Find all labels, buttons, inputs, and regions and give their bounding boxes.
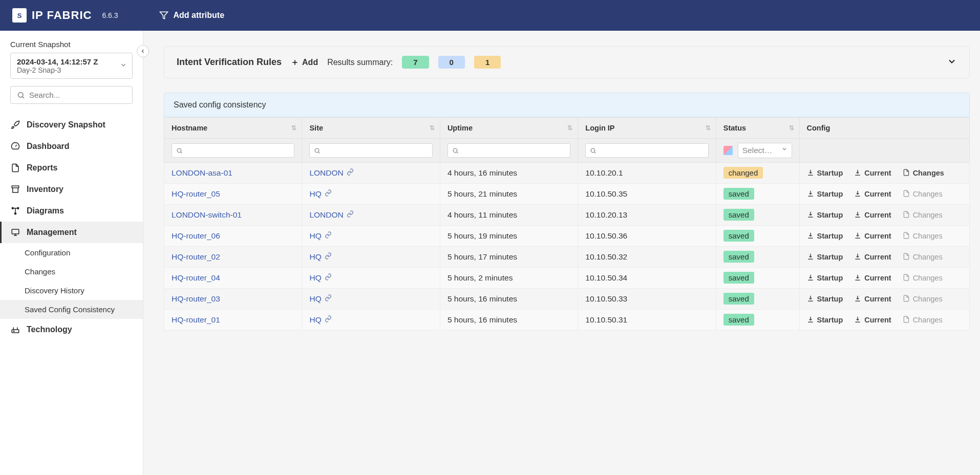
- color-swatch-icon: [723, 146, 733, 155]
- changes-config-link[interactable]: Changes: [903, 190, 943, 199]
- download-icon: [807, 169, 814, 178]
- sidebar-item-management[interactable]: Management: [0, 222, 143, 243]
- hostname-link[interactable]: HQ-router_03: [172, 294, 220, 303]
- startup-config-link[interactable]: Startup: [807, 295, 843, 304]
- panel-toggle-button[interactable]: [947, 56, 957, 69]
- svg-point-19: [315, 148, 319, 153]
- current-config-link[interactable]: Current: [854, 169, 891, 178]
- router-icon: [10, 325, 20, 334]
- sidebar-subitem-saved-config-consistency[interactable]: Saved Config Consistency: [0, 300, 143, 319]
- link-icon: [325, 252, 332, 262]
- search-input[interactable]: [29, 91, 126, 99]
- startup-config-link[interactable]: Startup: [807, 274, 843, 283]
- sidebar-search[interactable]: [10, 86, 133, 104]
- startup-config-link[interactable]: Startup: [807, 190, 843, 199]
- svg-line-24: [594, 152, 595, 153]
- snapshot-selector[interactable]: 2024-03-14, 14:12:57 Z Day-2 Snap-3: [10, 53, 133, 79]
- table-title: Saved config consistency: [164, 93, 970, 117]
- hostname-link[interactable]: HQ-router_06: [172, 231, 220, 240]
- svg-point-1: [18, 92, 23, 97]
- snapshot-name: Day-2 Snap-3: [17, 66, 126, 74]
- sidebar-item-dashboard[interactable]: Dashboard: [0, 136, 143, 157]
- site-link[interactable]: HQ: [309, 315, 331, 325]
- hostname-link[interactable]: LONDON-switch-01: [172, 210, 242, 219]
- summary-green-pill[interactable]: 7: [402, 56, 429, 69]
- startup-config-link[interactable]: Startup: [807, 253, 843, 262]
- site-link[interactable]: LONDON: [309, 168, 353, 178]
- monitor-icon: [10, 228, 20, 237]
- rocket-icon: [10, 120, 20, 129]
- logo[interactable]: S IP FABRIC 6.6.3: [12, 8, 118, 23]
- site-link[interactable]: HQ: [309, 252, 331, 262]
- sidebar-item-diagrams[interactable]: Diagrams: [0, 200, 143, 222]
- site-link[interactable]: LONDON: [309, 210, 353, 220]
- add-rule-button[interactable]: Add: [291, 58, 318, 67]
- link-icon: [325, 231, 332, 241]
- current-config-link[interactable]: Current: [854, 316, 891, 325]
- file-icon: [903, 190, 910, 199]
- changes-config-link[interactable]: Changes: [903, 295, 943, 304]
- current-config-link[interactable]: Current: [854, 232, 891, 241]
- hostname-link[interactable]: HQ-router_05: [172, 189, 220, 198]
- site-link[interactable]: HQ: [309, 189, 331, 199]
- changes-config-link[interactable]: Changes: [903, 253, 943, 262]
- current-config-link[interactable]: Current: [854, 295, 891, 304]
- chevron-down-icon: [947, 56, 957, 67]
- add-attribute-label: Add attribute: [174, 11, 225, 20]
- hostname-link[interactable]: HQ-router_04: [172, 273, 220, 282]
- col-login-ip[interactable]: Login IP⇅: [578, 118, 716, 139]
- sidebar-subitem-discovery-history[interactable]: Discovery History: [0, 281, 143, 300]
- site-link[interactable]: HQ: [309, 294, 331, 304]
- hostname-link[interactable]: LONDON-asa-01: [172, 168, 232, 177]
- sidebar-subitem-changes[interactable]: Changes: [0, 262, 143, 281]
- sidebar-item-inventory[interactable]: Inventory: [0, 179, 143, 200]
- site-link[interactable]: HQ: [309, 231, 331, 241]
- col-status[interactable]: Status⇅: [716, 118, 799, 139]
- svg-point-21: [453, 148, 457, 153]
- sidebar-item-reports[interactable]: Reports: [0, 157, 143, 179]
- status-filter[interactable]: Select…: [723, 143, 792, 158]
- file-icon: [903, 253, 910, 262]
- site-link[interactable]: HQ: [309, 273, 331, 283]
- sidebar-item-technology[interactable]: Technology: [0, 319, 143, 340]
- hostname-filter[interactable]: [172, 143, 294, 158]
- current-config-link[interactable]: Current: [854, 274, 891, 283]
- link-icon: [325, 189, 332, 199]
- plus-icon: [291, 58, 299, 67]
- col-uptime[interactable]: Uptime⇅: [440, 118, 578, 139]
- svg-line-20: [318, 152, 319, 153]
- file-icon: [903, 274, 910, 283]
- login-ip-filter[interactable]: [585, 143, 708, 158]
- changes-config-link[interactable]: Changes: [903, 274, 943, 283]
- sidebar-item-discovery-snapshot[interactable]: Discovery Snapshot: [0, 114, 143, 136]
- search-icon: [314, 147, 321, 154]
- download-icon: [854, 316, 861, 325]
- changes-config-link[interactable]: Changes: [903, 232, 943, 241]
- startup-config-link[interactable]: Startup: [807, 211, 843, 220]
- current-config-link[interactable]: Current: [854, 211, 891, 220]
- col-hostname[interactable]: Hostname⇅: [164, 118, 302, 139]
- search-icon: [590, 147, 596, 154]
- summary-blue-pill[interactable]: 0: [438, 56, 465, 69]
- col-site[interactable]: Site⇅: [302, 118, 440, 139]
- current-config-link[interactable]: Current: [854, 253, 891, 262]
- download-icon: [807, 190, 814, 199]
- startup-config-link[interactable]: Startup: [807, 232, 843, 241]
- status-badge: saved: [723, 293, 754, 305]
- summary-amber-pill[interactable]: 1: [474, 56, 501, 69]
- add-attribute-button[interactable]: Add attribute: [159, 11, 225, 20]
- hostname-link[interactable]: HQ-router_02: [172, 252, 220, 261]
- hostname-link[interactable]: HQ-router_01: [172, 315, 220, 324]
- changes-config-link[interactable]: Changes: [903, 211, 943, 220]
- startup-config-link[interactable]: Startup: [807, 169, 843, 178]
- uptime-filter[interactable]: [448, 143, 570, 158]
- site-filter[interactable]: [309, 143, 432, 158]
- file-icon: [903, 232, 910, 241]
- sidebar-subitem-configuration[interactable]: Configuration: [0, 243, 143, 262]
- current-config-link[interactable]: Current: [854, 190, 891, 199]
- startup-config-link[interactable]: Startup: [807, 316, 843, 325]
- search-icon: [176, 147, 183, 154]
- sidebar-collapse-button[interactable]: [137, 45, 149, 57]
- changes-config-link[interactable]: Changes: [903, 316, 943, 325]
- changes-config-link[interactable]: Changes: [903, 169, 944, 178]
